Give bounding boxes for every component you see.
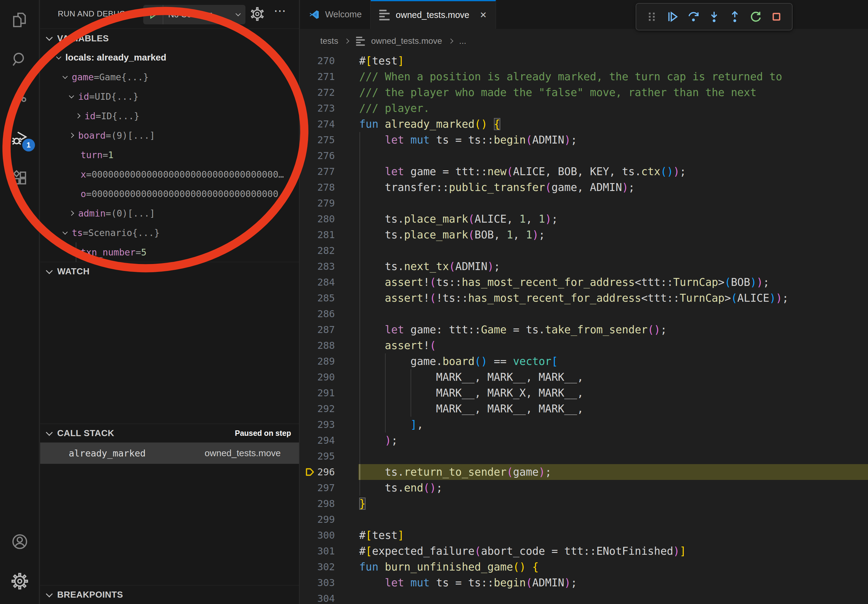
- code-line[interactable]: 286: [300, 306, 868, 322]
- code-line[interactable]: 275 let mut ts = ts::begin(ADMIN);: [300, 132, 868, 148]
- breadcrumb-symbol[interactable]: ...: [459, 36, 466, 46]
- variable-value: UID{...}: [95, 91, 139, 102]
- code-line[interactable]: 285 assert!(!ts::has_most_recent_for_add…: [300, 290, 868, 306]
- indent-guide: [360, 132, 360, 496]
- code-text: /// When a position is already marked, t…: [358, 69, 868, 85]
- code-line[interactable]: 280 ts.place_mark(ALICE, 1, 1);: [300, 211, 868, 227]
- call-stack-section-header[interactable]: CALL STACK Paused on step: [40, 424, 299, 443]
- chevron-right-icon[interactable]: [69, 211, 74, 216]
- code-line[interactable]: 287 let game: ttt::Game = ts.take_from_s…: [300, 322, 868, 338]
- code-text: );: [358, 432, 868, 448]
- activity-bar-bottom: [0, 522, 40, 601]
- chevron-down-icon[interactable]: [63, 229, 68, 235]
- code-line[interactable]: 301#[expected_failure(abort_code = ttt::…: [300, 543, 868, 559]
- code-line[interactable]: 270#[test]: [300, 53, 868, 69]
- breadcrumb-tests[interactable]: tests: [320, 36, 338, 46]
- source-control-icon[interactable]: [0, 79, 39, 119]
- equals-sign: =: [136, 247, 141, 258]
- drag-grip-icon[interactable]: [643, 8, 660, 26]
- equals-sign: =: [96, 111, 101, 121]
- stop-icon[interactable]: [768, 8, 785, 26]
- chevron-right-icon[interactable]: [69, 133, 74, 138]
- breadcrumb-file[interactable]: owned_tests.move: [371, 36, 442, 46]
- chevron-down-icon[interactable]: [69, 93, 74, 99]
- variable-row[interactable]: admin = (0)[...]: [40, 203, 299, 223]
- debug-step-pointer-icon: [304, 466, 315, 477]
- close-tab-icon[interactable]: ✕: [480, 10, 487, 20]
- code-line[interactable]: 294 );: [300, 432, 868, 448]
- code-line[interactable]: 272/// the player who made the "false" m…: [300, 85, 868, 101]
- code-line[interactable]: 297 ts.end();: [300, 480, 868, 496]
- step-into-icon[interactable]: [705, 8, 723, 26]
- code-text: ts.place_mark(BOB, 1, 1);: [358, 227, 868, 243]
- code-line[interactable]: 296 ts.return_to_sender(game);: [300, 464, 868, 480]
- breakpoints-section-header[interactable]: BREAKPOINTS: [40, 585, 299, 604]
- code-line[interactable]: 281 ts.place_mark(BOB, 1, 1);: [300, 227, 868, 243]
- tab-welcome[interactable]: Welcome: [300, 0, 371, 29]
- variable-row[interactable]: game = Game{...}: [40, 67, 299, 87]
- code-editor[interactable]: 270#[test]271/// When a position is alre…: [300, 53, 868, 604]
- call-stack-frame[interactable]: already_markedowned_tests.move: [40, 443, 299, 464]
- chevron-down-icon[interactable]: [63, 74, 68, 79]
- debug-settings-gear-icon[interactable]: [250, 7, 265, 23]
- code-line[interactable]: 298}: [300, 496, 868, 511]
- extensions-icon[interactable]: [0, 158, 39, 198]
- explorer-icon[interactable]: [0, 0, 39, 40]
- step-out-icon[interactable]: [726, 8, 744, 26]
- start-debug-icon[interactable]: [143, 5, 163, 24]
- chevron-down-icon: [46, 429, 53, 436]
- variables-header-label: VARIABLES: [57, 34, 109, 43]
- variable-row[interactable]: id = UID{...}: [40, 87, 299, 106]
- tab-label: owned_tests.move: [396, 10, 469, 20]
- call-stack-list: already_markedowned_tests.move: [40, 443, 299, 564]
- code-line[interactable]: 284 assert!(ts::has_most_recent_for_addr…: [300, 274, 868, 290]
- variable-row[interactable]: board = (9)[...]: [40, 125, 299, 145]
- continue-icon[interactable]: [663, 8, 681, 26]
- settings-gear-icon[interactable]: [0, 561, 40, 601]
- code-line[interactable]: 273/// player.: [300, 101, 868, 116]
- variable-row[interactable]: locals: already_marked: [40, 48, 299, 67]
- variables-section-header[interactable]: VARIABLES: [40, 29, 299, 48]
- equals-sign: =: [94, 72, 99, 82]
- variable-row[interactable]: x = 0000000000000000000000000000000000…: [40, 164, 299, 184]
- restart-icon[interactable]: [747, 8, 764, 26]
- code-line[interactable]: 288 assert!(: [300, 338, 868, 353]
- code-line[interactable]: 277 let game = ttt::new(ALICE, BOB, KEY,…: [300, 164, 868, 180]
- code-line[interactable]: 295: [300, 448, 868, 464]
- code-line[interactable]: 299: [300, 511, 868, 527]
- code-line[interactable]: 276: [300, 148, 868, 164]
- code-line[interactable]: 304: [300, 591, 868, 604]
- variable-row[interactable]: o = 0000000000000000000000000000000000.: [40, 184, 299, 203]
- launch-config-dropdown[interactable]: No Configur: [143, 5, 245, 24]
- code-line[interactable]: 278 transfer::public_transfer(game, ADMI…: [300, 180, 868, 195]
- code-line[interactable]: 303 let mut ts = ts::begin(ADMIN);: [300, 575, 868, 591]
- line-number: 294: [300, 432, 335, 448]
- code-line[interactable]: 302fun burn_unfinished_game() {: [300, 559, 868, 575]
- variable-row[interactable]: txn_number = 5: [40, 242, 299, 262]
- code-line[interactable]: 274fun already_marked() {: [300, 116, 868, 132]
- vscode-window: 1 RUN AND DEBUG No Configur: [0, 0, 868, 604]
- tab-owned-tests-move[interactable]: owned_tests.move ✕: [371, 0, 496, 29]
- run-and-debug-icon[interactable]: 1: [0, 119, 39, 158]
- variable-name: board: [78, 130, 105, 141]
- chevron-right-icon: [448, 39, 453, 44]
- code-text: transfer::public_transfer(game, ADMIN);: [358, 180, 868, 195]
- step-over-icon[interactable]: [685, 8, 702, 26]
- variable-name: id: [78, 91, 89, 102]
- search-icon[interactable]: [0, 40, 39, 79]
- code-line[interactable]: 282: [300, 243, 868, 259]
- chevron-right-icon[interactable]: [76, 113, 81, 119]
- chevron-down-icon[interactable]: [56, 54, 62, 60]
- code-line[interactable]: 300#[test]: [300, 527, 868, 543]
- account-icon[interactable]: [0, 522, 40, 561]
- variable-row[interactable]: ts = Scenario{...}: [40, 223, 299, 242]
- code-line[interactable]: 271/// When a position is already marked…: [300, 69, 868, 85]
- variable-row[interactable]: turn = 1: [40, 145, 299, 164]
- code-line[interactable]: 279: [300, 195, 868, 211]
- more-actions-icon[interactable]: ⋯: [274, 4, 287, 18]
- watch-section-header[interactable]: WATCH: [40, 262, 299, 281]
- code-line[interactable]: 283 ts.next_tx(ADMIN);: [300, 259, 868, 274]
- variable-row[interactable]: id = ID{...}: [40, 106, 299, 125]
- variable-name: txn_number: [81, 247, 136, 258]
- equals-sign: =: [105, 130, 111, 141]
